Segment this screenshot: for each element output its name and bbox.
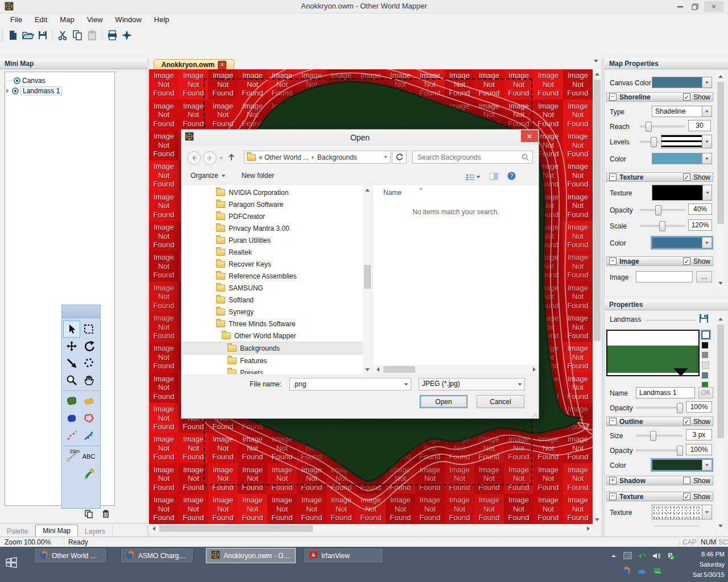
trail-tool-icon[interactable] [63,427,80,444]
folder-item-reference-assemblies[interactable]: Reference Assemblies [182,270,372,282]
scroll-up-icon[interactable] [716,72,725,81]
scrollbar-thumb[interactable] [717,325,724,438]
print-icon[interactable] [105,28,119,42]
scrollbar-thumb[interactable] [383,366,415,373]
outline-size-slider[interactable] [636,430,682,440]
scroll-left-icon[interactable] [149,524,158,533]
fill-gradient-preview[interactable] [606,330,700,376]
show-checkbox[interactable]: ✓ [683,173,690,181]
dictionary-icon[interactable] [651,565,663,576]
region-tool-icon[interactable] [80,410,97,427]
texture-scale-input[interactable] [688,219,712,231]
open-button[interactable]: Open [420,395,468,408]
snap-icon[interactable] [119,28,134,42]
new-file-icon[interactable] [6,28,20,42]
outline-section-header[interactable]: − Outline ✓ Show [606,417,713,426]
dialog-close-button[interactable]: ✕ [521,130,538,142]
rotate-tool-icon[interactable] [80,338,97,355]
outline-opacity-input[interactable] [686,444,712,455]
up-button[interactable] [226,153,237,163]
desktop-grid-icon[interactable] [622,550,634,562]
text-tool-icon[interactable]: ABC [80,448,97,465]
palette-header[interactable] [62,305,100,318]
organize-menu[interactable]: Organize [191,172,226,180]
pan-tool-icon[interactable] [80,372,97,389]
marquee-tool-icon[interactable] [80,321,97,338]
texture-color-dropdown[interactable] [652,237,712,248]
search-icon[interactable] [522,153,529,161]
refresh-button[interactable] [392,151,407,164]
move-tool-icon[interactable] [63,338,80,355]
visibility-eye-icon[interactable] [12,88,19,94]
folder-pane-scrollbar[interactable] [363,185,372,374]
scroll-right-icon[interactable] [530,365,539,374]
views-button[interactable] [466,174,481,181]
river-tool-icon[interactable] [80,427,97,444]
expand-icon[interactable]: + [609,477,617,484]
water-tool-icon[interactable] [63,410,80,427]
tab-close-icon[interactable]: x [218,61,226,69]
save-icon[interactable] [35,28,50,42]
open-folder-icon[interactable] [20,28,35,42]
breadcrumb-current[interactable]: Backgrounds [317,153,357,161]
folder-item-recover-keys[interactable]: Recover Keys [182,258,372,270]
collapse-icon[interactable]: − [609,493,617,500]
texture-opacity-slider[interactable] [640,205,685,215]
menu-window[interactable]: Window [110,14,147,26]
taskbar-clock[interactable]: 8:46 PM Saturday Sat 5/30/15 [693,549,725,580]
image-path-input[interactable] [636,271,693,282]
outline-opacity-slider[interactable] [636,445,682,455]
properties-scrollbar[interactable] [716,314,725,530]
document-tab[interactable]: Anokkryon.owm x [154,59,234,70]
folder-item-three-minds-software[interactable]: Three Minds Software [182,318,372,330]
nvidia-icon[interactable] [636,550,648,562]
tab-layers[interactable]: Layers [78,526,113,537]
folder-item-nvidia-corporation[interactable]: NVIDIA Corporation [182,186,372,198]
cut-icon[interactable] [55,28,70,42]
help-button[interactable]: ? [507,172,516,182]
scroll-up-icon[interactable] [716,314,725,323]
start-button[interactable] [5,556,18,572]
terrain-tool-icon[interactable] [80,393,97,410]
landmass-texture-dropdown[interactable] [652,505,712,519]
taskbar-button-asmo-charger-unpl[interactable]: ASMO Charger: Unpl... [121,548,193,563]
stop-color-slate[interactable] [702,372,708,379]
back-button[interactable] [187,151,201,165]
landmass-opacity-slider[interactable] [636,402,682,413]
show-checkbox[interactable]: ✓ [683,93,690,101]
forward-button[interactable] [203,151,217,165]
texture-scale-slider[interactable] [640,221,685,231]
file-name-combo[interactable] [289,378,411,390]
image-section-header[interactable]: − Image ✓ Show [606,256,713,266]
scroll-up-icon[interactable] [593,69,602,78]
search-input[interactable] [416,153,522,162]
texture-dropdown[interactable] [652,185,712,201]
taskbar-button-other-world-mapper[interactable]: Other World Mapper... [34,548,107,563]
shoreline-color-dropdown[interactable] [652,153,712,164]
volume-icon[interactable] [650,550,663,562]
name-column-header[interactable]: Name [383,189,402,197]
folder-item-backgrounds[interactable]: Backgrounds [182,342,372,355]
stop-color-beige[interactable] [702,361,709,369]
levels-style-dropdown[interactable] [661,135,712,148]
files-pane-horizontal-scrollbar[interactable] [373,365,539,374]
reach-slider[interactable] [640,121,685,131]
show-checkbox[interactable] [683,477,690,484]
tree-item-canvas[interactable]: Canvas [5,76,114,86]
menu-map[interactable]: Map [54,14,80,26]
shoreline-type-dropdown[interactable]: Shadeline [652,106,712,117]
firefox-icon[interactable] [620,565,632,576]
points-tool-icon[interactable] [80,355,97,372]
canvas-horizontal-scrollbar[interactable] [149,524,593,533]
preview-pane-button[interactable] [490,172,498,182]
new-folder-button[interactable]: New folder [242,172,274,180]
breadcrumb-root[interactable]: « Other World ... [259,153,309,161]
menu-help[interactable]: Help [148,14,175,26]
file-name-input[interactable] [290,379,402,390]
name-ok-button[interactable]: OK [698,387,713,398]
reach-input[interactable] [688,120,711,131]
show-checkbox[interactable]: ✓ [683,418,690,425]
zoom-tool-icon[interactable] [63,372,80,389]
tab-mini-map[interactable]: Mini Map [35,525,78,538]
save-preset-icon[interactable] [699,314,709,326]
